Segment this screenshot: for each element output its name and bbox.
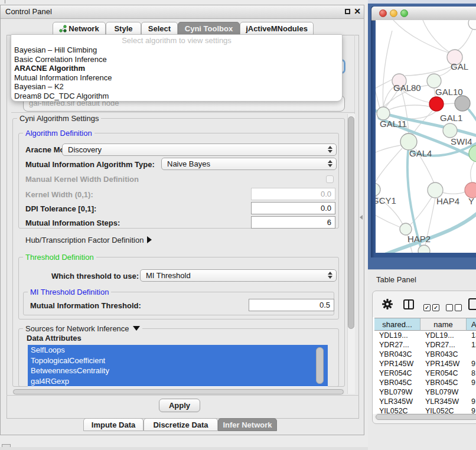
split-divider-arrow-icon[interactable] — [360, 215, 363, 220]
tab-infer-network-label: Infer Network — [223, 420, 272, 429]
table-row[interactable]: YER054C YER054C 8. — [374, 369, 476, 378]
table-cell[interactable]: YBR045C — [374, 378, 420, 387]
table-cell[interactable]: YBR045C — [420, 378, 467, 387]
apply-button[interactable]: Apply — [159, 399, 200, 412]
table-row[interactable]: YBR043C YBR043C — [374, 350, 476, 359]
column-header-partial[interactable]: A — [467, 318, 476, 331]
hub-definition-toggle[interactable]: Hub/Transcription Factor Definition — [25, 236, 152, 244]
algorithm-option-selected[interactable]: ARACNE Algorithm — [11, 64, 342, 73]
table-cell[interactable]: YDL19... — [420, 331, 467, 340]
table-row[interactable]: YBL079W YBL079W — [374, 387, 476, 397]
mac-minimize-icon[interactable] — [390, 9, 397, 17]
float-window-icon[interactable] — [345, 9, 350, 14]
table-cell[interactable]: 9. — [467, 359, 476, 369]
table-row[interactable]: YDR27... YDR27... 12 — [374, 340, 476, 350]
list-item[interactable]: TopologicalCoefficient — [28, 356, 328, 366]
network-node-label: GAL80 — [393, 83, 421, 93]
list-item[interactable]: BetweennessCentrality — [28, 366, 328, 376]
list-vertical-scrollbar[interactable] — [316, 347, 324, 384]
table-cell[interactable]: YLR345W — [420, 397, 467, 406]
kernel-width-field[interactable]: 0.0 — [251, 188, 335, 200]
table-cell[interactable]: YPR145W — [374, 359, 420, 369]
checkbox-unchecked-icon — [455, 304, 462, 311]
algorithm-option[interactable]: Dream8 DC_TDC Algorithm — [11, 92, 342, 101]
algorithm-option[interactable]: Bayesian – K2 — [11, 82, 342, 92]
table-cell[interactable]: YBL079W — [374, 387, 420, 397]
mac-zoom-icon[interactable] — [400, 9, 408, 17]
table-cell[interactable]: YDL19... — [374, 331, 420, 340]
table-panel-title: Table Panel — [376, 275, 416, 284]
table-h-scrollbar-thumb[interactable] — [376, 414, 476, 420]
table-row[interactable]: YLR345W YLR345W 9. — [374, 397, 476, 406]
manual-kernel-checkbox[interactable] — [326, 175, 334, 183]
algorithm-option[interactable]: Mutual Information Inference — [11, 73, 342, 83]
algorithm-option[interactable]: Basic Correlation Inference — [11, 55, 342, 64]
column-header-shared-name[interactable]: shared... — [374, 318, 420, 331]
network-node[interactable] — [376, 183, 380, 196]
checked-pair-icon[interactable]: ✓✓ — [423, 302, 441, 312]
table-cell[interactable]: 9. — [467, 397, 476, 406]
table-cell[interactable]: 8. — [467, 369, 476, 378]
unchecked-pair-icon[interactable] — [446, 302, 464, 312]
table-cell[interactable]: YDR27... — [374, 340, 420, 350]
table-cell[interactable]: 13 — [467, 331, 476, 340]
list-item[interactable]: SelfLoops — [28, 345, 328, 356]
settings-h-scrollbar-thumb[interactable] — [13, 389, 344, 394]
column-header-name[interactable]: name — [420, 318, 467, 331]
network-node[interactable] — [455, 96, 470, 111]
settings-v-scrollbar-thumb[interactable] — [348, 116, 354, 329]
table-cell[interactable]: YER054C — [420, 369, 467, 378]
tab-jactivemnodules[interactable]: jActiveMNodules — [240, 22, 314, 35]
table-cell[interactable]: YDR27... — [420, 340, 467, 350]
aracne-mode-combo[interactable]: Discovery — [62, 144, 337, 156]
list-item[interactable]: gal4RGexp — [28, 376, 328, 387]
network-node[interactable] — [468, 20, 476, 30]
table-row[interactable]: YPR145W YPR145W 9. — [374, 359, 476, 369]
which-threshold-label: Which threshold to use: — [51, 272, 139, 281]
network-node[interactable] — [427, 74, 441, 88]
mi-type-value: Naive Bayes — [167, 159, 210, 168]
network-node[interactable] — [429, 97, 444, 111]
close-icon[interactable]: ✕ — [354, 6, 361, 16]
table-cell[interactable]: YLR345W — [374, 397, 420, 406]
tab-impute-data[interactable]: Impute Data — [83, 418, 144, 431]
network-node[interactable] — [377, 107, 390, 120]
tab-style[interactable]: Style — [106, 22, 141, 35]
network-node[interactable] — [400, 133, 417, 150]
mi-steps-field[interactable]: 6 — [251, 216, 335, 229]
partial-toolbar-icon[interactable] — [468, 298, 476, 312]
network-thick-edges — [376, 109, 476, 253]
network-canvas[interactable]: GALGAL80GAL10GAL1GAL11SWI4GAL4GCY1HAP4YH… — [376, 20, 476, 253]
tab-discretize-data[interactable]: Discretize Data — [144, 418, 218, 431]
tab-discretize-data-label: Discretize Data — [153, 420, 208, 429]
tab-infer-network[interactable]: Infer Network — [218, 418, 277, 431]
sources-toggle[interactable]: Sources for Network Inference — [23, 324, 142, 333]
algorithm-option[interactable]: Bayesian – Hill Climbing — [11, 45, 342, 55]
network-node-label: GAL1 — [440, 113, 462, 123]
table-row[interactable]: YDL19... YDL19... 13 — [374, 331, 476, 340]
network-node[interactable] — [443, 123, 457, 138]
mi-type-label: Mutual Information Algorithm Type: — [25, 160, 155, 169]
tab-network[interactable]: Network — [53, 22, 106, 35]
network-node-label: GCY1 — [376, 195, 396, 206]
mac-close-icon[interactable] — [379, 9, 387, 17]
dpi-tolerance-field[interactable]: 0.0 — [251, 202, 335, 214]
algorithm-dropdown-popup: Select algorithm to view settings Bayesi… — [11, 34, 343, 102]
table-row[interactable]: YBR045C YBR045C 9. — [374, 378, 476, 387]
tab-cyni-toolbox[interactable]: Cyni Toolbox — [178, 22, 240, 35]
mi-type-combo[interactable]: Naive Bayes — [161, 158, 337, 170]
gear-icon[interactable] — [382, 299, 393, 312]
network-node[interactable] — [400, 223, 412, 235]
table-cell[interactable]: YPR145W — [420, 359, 467, 369]
mi-threshold-field[interactable]: 0.5 — [249, 299, 334, 311]
combo-stepper-icon — [328, 146, 332, 153]
tab-select[interactable]: Select — [141, 22, 178, 35]
table-cell[interactable]: YBR043C — [374, 350, 420, 359]
table-cell[interactable]: 9. — [467, 378, 476, 387]
table-cell[interactable]: YER054C — [374, 369, 420, 378]
columns-icon[interactable] — [403, 299, 414, 312]
table-cell[interactable]: YBR043C — [420, 350, 467, 359]
table-cell[interactable]: 12 — [467, 340, 476, 350]
table-cell[interactable]: YBL079W — [420, 387, 467, 397]
which-threshold-combo[interactable]: MI Threshold — [140, 269, 337, 282]
